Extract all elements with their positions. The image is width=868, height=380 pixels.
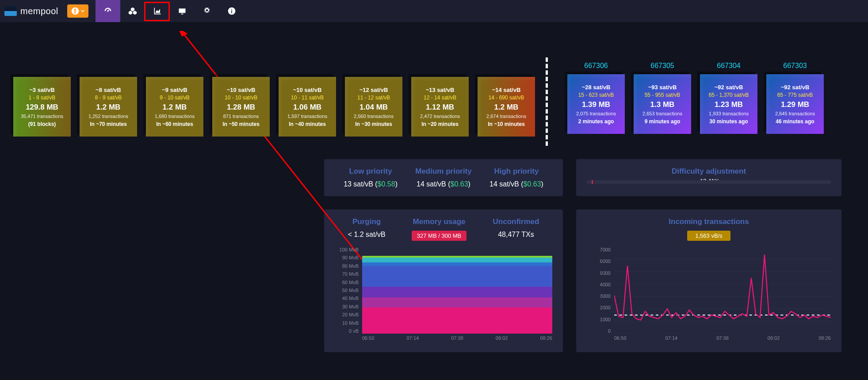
block-height[interactable]: 667305 (650, 62, 674, 70)
chart-area-icon (153, 7, 162, 15)
blocks-row: .~3 sat/vB1 - 8 sat/vB129.8 MB35,471 tra… (0, 22, 868, 146)
mempool-block[interactable]: .~3 sat/vB1 - 8 sat/vB129.8 MB35,471 tra… (9, 62, 75, 137)
chart-x-axis: 06:5007:1407:3808:0208:26 (362, 335, 552, 344)
coin-selector[interactable]: ₿ (67, 4, 88, 18)
nav-about[interactable] (219, 0, 244, 22)
purging-label: Purging (348, 217, 386, 226)
nav-api[interactable] (195, 0, 219, 22)
mempool-block[interactable]: .~14 sat/vB14 - 690 sat/vB1.2 MB2,674 tr… (473, 62, 539, 137)
mempool-block[interactable]: .~12 sat/vB11 - 12 sat/vB1.04 MB2,560 tr… (340, 62, 407, 137)
brand-text: mempool (20, 6, 58, 16)
mined-block[interactable]: 667305~93 sat/vB55 - 955 sat/vB1.3 MB2,6… (629, 62, 696, 134)
difficulty-bar (587, 180, 831, 184)
high-priority-label: High priority (489, 167, 543, 176)
bitcoin-icon: ₿ (71, 7, 79, 15)
mempool-status-card: Purging < 1.2 sat/vB Memory usage 327 MB… (324, 209, 563, 352)
nav-blocks[interactable] (120, 0, 145, 22)
info-icon (227, 7, 236, 15)
navbar: mempool ₿ (0, 0, 868, 22)
mempool-block[interactable]: .~10 sat/vB10 - 11 sat/vB1.06 MB1,597 tr… (274, 62, 340, 137)
difficulty-card: Difficulty adjustment -13.41% (576, 159, 841, 196)
chart-y-axis: 70006000500040003000200010000 (587, 247, 613, 334)
medium-priority-value: 14 sat/vB ($0.63) (415, 180, 472, 188)
blockchain-divider (546, 57, 548, 146)
cogs-icon (203, 7, 211, 15)
chart-plot-area (362, 247, 552, 334)
mempool-blocks: .~3 sat/vB1 - 8 sat/vB129.8 MB35,471 tra… (9, 62, 539, 137)
mempool-block[interactable]: .~9 sat/vB9 - 10 sat/vB1.2 MB1,680 trans… (141, 62, 208, 137)
incoming-card: Incoming transactions 1,563 vB/s 7000600… (576, 209, 841, 352)
svg-rect-3 (231, 10, 232, 13)
brand[interactable]: mempool (4, 6, 65, 16)
mempool-block[interactable]: .~13 sat/vB12 - 14 sat/vB1.12 MB2,472 tr… (407, 62, 473, 137)
memory-label: Memory usage (412, 217, 467, 226)
gauge-icon (103, 7, 112, 15)
mempool-area-chart: 100 MvB90 MvB80 MvB70 MvB60 MvB50 MvB40 … (335, 247, 552, 344)
nav-tv[interactable] (170, 0, 195, 22)
difficulty-title: Difficulty adjustment (587, 167, 831, 176)
block-height[interactable]: 667304 (717, 62, 740, 70)
svg-text:₿: ₿ (74, 8, 76, 14)
incoming-rate: 1,563 vB/s (587, 231, 831, 241)
mined-block[interactable]: 667304~92 sat/vB65 - 1,370 sat/vB1.23 MB… (696, 62, 762, 134)
dashboard-grid: Low priority 13 sat/vB ($0.58) Medium pr… (0, 146, 868, 352)
svg-rect-4 (231, 9, 232, 10)
block-height[interactable]: 667303 (783, 62, 807, 70)
nav-dashboard[interactable] (96, 0, 120, 22)
mempool-block[interactable]: .~8 sat/vB8 - 9 sat/vB1.2 MB1,252 transa… (75, 62, 141, 137)
cubes-icon (128, 7, 137, 15)
low-priority-value: 13 sat/vB ($0.58) (344, 180, 398, 188)
medium-priority-label: Medium priority (415, 167, 472, 176)
chart-y-axis: 100 MvB90 MvB80 MvB70 MvB60 MvB50 MvB40 … (335, 247, 361, 334)
low-priority-label: Low priority (344, 167, 398, 176)
chart-x-axis: 06:5007:1407:3808:0208:26 (614, 335, 831, 344)
mined-block[interactable]: 667306~28 sat/vB15 - 623 sat/vB1.39 MB2,… (563, 62, 629, 134)
brand-logo-icon (4, 6, 17, 16)
chart-plot-area (614, 247, 831, 334)
incoming-line-chart: 70006000500040003000200010000 06:5007:14… (587, 247, 831, 344)
incoming-title: Incoming transactions (587, 217, 831, 226)
nav-items (96, 0, 244, 22)
high-priority-value: 14 sat/vB ($0.63) (489, 180, 543, 188)
purging-value: < 1.2 sat/vB (348, 231, 386, 239)
tv-icon (178, 7, 187, 15)
unconfirmed-label: Unconfirmed (493, 217, 539, 226)
unconfirmed-value: 48,477 TXs (493, 231, 539, 239)
mined-blocks: 667306~28 sat/vB15 - 623 sat/vB1.39 MB2,… (563, 62, 828, 134)
mempool-block[interactable]: .~10 sat/vB10 - 10 sat/vB1.28 MB871 tran… (208, 62, 274, 137)
chevron-down-icon (81, 9, 84, 13)
mined-block[interactable]: 667303~92 sat/vB65 - 775 sat/vB1.29 MB2,… (762, 62, 828, 134)
block-height[interactable]: 667306 (584, 62, 608, 70)
fee-card: Low priority 13 sat/vB ($0.58) Medium pr… (324, 159, 563, 196)
memory-value: 327 MB / 300 MB (412, 231, 467, 241)
nav-graphs[interactable] (145, 0, 170, 22)
